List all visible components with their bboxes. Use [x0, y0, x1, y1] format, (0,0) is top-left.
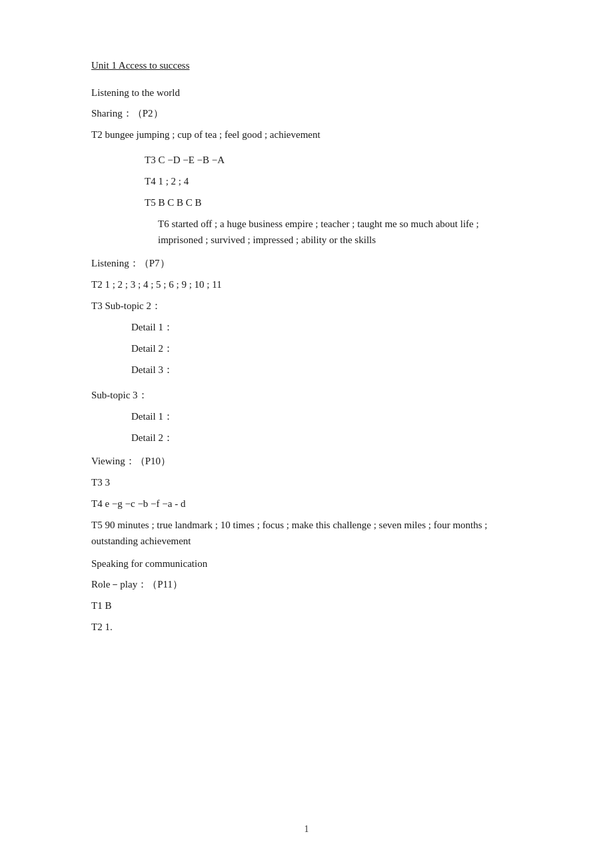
detail1-subtopic2: Detail 1： — [131, 319, 522, 335]
t2-roleplay: T2 1. — [91, 619, 522, 635]
detail3-subtopic2: Detail 3： — [131, 362, 522, 378]
roleplay-heading: Role－play：（P11） — [91, 576, 522, 592]
t4-viewing: T4 e −g −c −b −f −a - d — [91, 496, 522, 512]
t3-subtopic2: T3 Sub-topic 2： — [91, 298, 522, 314]
t6-sharing: T6 started off ; a huge business empire … — [158, 216, 522, 248]
speaking-heading: Speaking for communication — [91, 558, 522, 570]
t3-viewing: T3 3 — [91, 474, 522, 490]
unit-title: Unit 1 Access to success — [91, 60, 189, 71]
page-number: 1 — [305, 824, 309, 835]
viewing-heading: Viewing：（P10） — [91, 455, 522, 468]
listening-world-heading: Listening to the world — [91, 87, 522, 99]
t2-listening: T2 1 ; 2 ; 3 ; 4 ; 5 ; 6 ; 9 ; 10 ; 11 — [91, 276, 522, 292]
subtopic3: Sub-topic 3： — [91, 387, 522, 403]
detail1-subtopic3: Detail 1： — [131, 408, 522, 424]
t5-sharing: T5 B C B C B — [91, 195, 522, 211]
t2-sharing: T2 bungee jumping ; cup of tea ; feel go… — [91, 127, 522, 143]
t3-sharing: T3 C −D −E −B −A — [91, 152, 522, 168]
detail2-subtopic2: Detail 2： — [131, 340, 522, 356]
page: Unit 1 Access to success Listening to th… — [0, 0, 613, 868]
sharing-heading: Sharing：（P2） — [91, 105, 522, 121]
t5-viewing: T5 90 minutes ; true landmark ; 10 times… — [91, 517, 522, 549]
t1-roleplay: T1 B — [91, 598, 522, 614]
detail2-subtopic3: Detail 2： — [131, 430, 522, 446]
listening-p7-heading: Listening：（P7） — [91, 257, 522, 270]
t4-sharing: T4 1 ; 2 ; 4 — [91, 173, 522, 189]
